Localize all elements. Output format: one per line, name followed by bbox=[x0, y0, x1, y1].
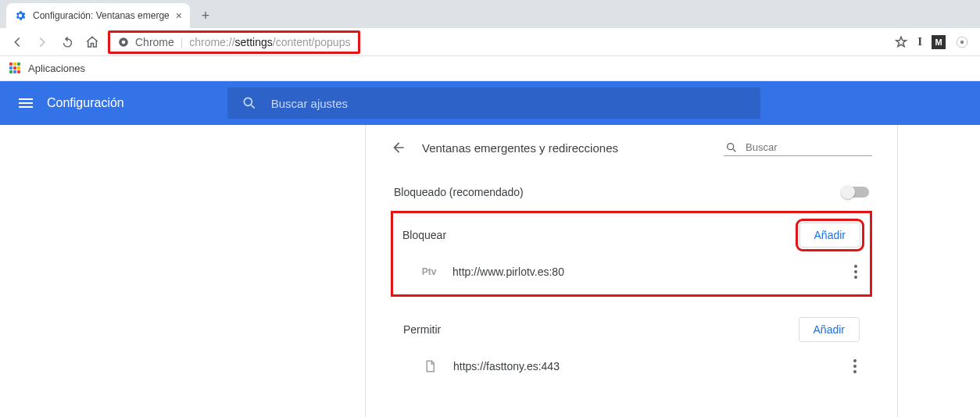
chrome-page-icon bbox=[118, 37, 129, 48]
settings-header: Configuración bbox=[0, 81, 980, 125]
site-url: http://www.pirlotv.es:80 bbox=[452, 266, 835, 278]
forward-button[interactable] bbox=[31, 31, 53, 53]
url-scheme-label: Chrome bbox=[135, 36, 174, 48]
blocked-toggle-label: Bloqueado (recomendado) bbox=[394, 186, 524, 198]
panel-title: Ventanas emergentes y redirecciones bbox=[422, 141, 618, 155]
block-section-title: Bloquear bbox=[402, 229, 446, 241]
back-arrow-icon[interactable] bbox=[391, 140, 406, 155]
back-button[interactable] bbox=[6, 31, 28, 53]
add-block-button[interactable]: Añadir bbox=[799, 223, 860, 248]
more-menu-icon[interactable] bbox=[851, 262, 860, 282]
menu-icon[interactable] bbox=[19, 98, 33, 108]
url-text: chrome://settings/content/popups bbox=[189, 36, 350, 48]
settings-search-input[interactable] bbox=[270, 96, 746, 111]
svg-point-1 bbox=[122, 40, 126, 44]
extension-icon-i[interactable]: I bbox=[917, 35, 922, 48]
site-url: https://fasttony.es:443 bbox=[453, 360, 835, 372]
extension-icon-m[interactable]: M bbox=[932, 35, 946, 49]
settings-panel: Ventanas emergentes y redirecciones Bloq… bbox=[365, 125, 898, 417]
tab-title: Configuración: Ventanas emerge bbox=[33, 10, 170, 21]
svg-line-7 bbox=[733, 149, 735, 151]
panel-search-input[interactable] bbox=[744, 141, 878, 154]
toolbar-right: I M bbox=[894, 35, 974, 49]
bookmarks-bar: Aplicaciones bbox=[0, 56, 980, 81]
reload-button[interactable] bbox=[56, 31, 78, 53]
document-icon bbox=[422, 358, 438, 374]
add-allow-button[interactable]: Añadir bbox=[799, 317, 860, 342]
allow-site-row: https://fasttony.es:443 bbox=[400, 348, 863, 384]
content-area: Ventanas emergentes y redirecciones Bloq… bbox=[0, 125, 980, 417]
allow-section: Permitir Añadir https://fasttony.es:443 bbox=[391, 311, 872, 384]
extension-icon-gear[interactable] bbox=[955, 35, 969, 49]
gear-icon bbox=[14, 9, 27, 22]
panel-search[interactable] bbox=[724, 139, 872, 156]
home-button[interactable] bbox=[81, 31, 103, 53]
new-tab-button[interactable]: + bbox=[195, 5, 216, 27]
more-menu-icon[interactable] bbox=[850, 356, 860, 376]
separator: | bbox=[181, 36, 183, 48]
address-bar[interactable]: Chrome | chrome://settings/content/popup… bbox=[108, 30, 360, 54]
block-site-row: Ptv http://www.pirlotv.es:80 bbox=[399, 254, 864, 290]
blocked-toggle[interactable] bbox=[842, 187, 869, 198]
browser-tab[interactable]: Configuración: Ventanas emerge × bbox=[6, 3, 190, 28]
site-favicon: Ptv bbox=[421, 264, 437, 280]
tab-strip: Configuración: Ventanas emerge × + bbox=[0, 0, 980, 28]
block-section: Bloquear Añadir Ptv http://www.pirlotv.e… bbox=[391, 211, 872, 297]
page-title: Configuración bbox=[47, 96, 124, 110]
blocked-toggle-row: Bloqueado (recomendado) bbox=[391, 178, 872, 206]
svg-point-3 bbox=[960, 40, 964, 44]
star-icon[interactable] bbox=[894, 35, 908, 49]
apps-icon[interactable] bbox=[9, 62, 22, 75]
search-icon bbox=[241, 95, 257, 111]
allow-section-title: Permitir bbox=[403, 323, 441, 336]
svg-point-4 bbox=[244, 98, 252, 105]
search-icon bbox=[725, 141, 738, 154]
close-icon[interactable]: × bbox=[176, 9, 182, 22]
settings-search[interactable] bbox=[227, 87, 760, 119]
apps-label[interactable]: Aplicaciones bbox=[28, 62, 85, 74]
svg-point-6 bbox=[728, 143, 734, 149]
browser-toolbar: Chrome | chrome://settings/content/popup… bbox=[0, 28, 980, 56]
svg-line-5 bbox=[251, 105, 254, 109]
